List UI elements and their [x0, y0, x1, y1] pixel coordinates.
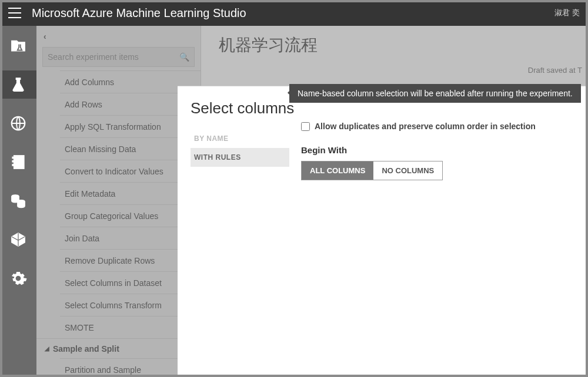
cube-icon [9, 231, 27, 248]
hamburger-icon[interactable] [8, 8, 21, 18]
allow-duplicates-label: Allow duplicates and preserve column ord… [315, 122, 536, 131]
rail-settings[interactable] [0, 264, 36, 292]
tab-with-rules[interactable]: WITH RULES [191, 148, 289, 167]
rail-experiments[interactable] [0, 70, 36, 99]
folder-flask-icon [9, 37, 27, 55]
allow-duplicates-checkbox[interactable] [301, 122, 310, 131]
rail-models[interactable] [0, 225, 36, 254]
gear-icon [9, 270, 27, 287]
all-columns-button[interactable]: ALL COLUMNS [302, 161, 373, 180]
user-name[interactable]: 淑君 奕 [554, 8, 580, 18]
svg-rect-2 [12, 157, 14, 159]
rail-datasets[interactable] [0, 187, 36, 215]
app-header: Microsoft Azure Machine Learning Studio … [0, 0, 588, 26]
flask-icon [9, 76, 27, 93]
app-title: Microsoft Azure Machine Learning Studio [32, 6, 554, 20]
svg-rect-4 [12, 164, 14, 166]
modal-title: Select columns [191, 99, 289, 117]
svg-rect-1 [14, 156, 25, 169]
database-icon [9, 192, 27, 210]
rail-projects[interactable] [0, 32, 36, 60]
tooltip: Name-based column selection will be enab… [289, 84, 581, 103]
begin-with-label: Begin With [301, 145, 576, 155]
globe-icon [9, 115, 27, 132]
left-rail [0, 26, 36, 377]
select-columns-modal: Select columns BY NAME WITH RULES Name-b… [178, 86, 588, 377]
tab-by-name[interactable]: BY NAME [191, 129, 289, 148]
svg-rect-3 [12, 161, 14, 163]
no-columns-button[interactable]: NO COLUMNS [373, 161, 442, 180]
rail-notebooks[interactable] [0, 148, 36, 176]
begin-with-toggle: ALL COLUMNS NO COLUMNS [301, 161, 443, 180]
rail-web-services[interactable] [0, 109, 36, 137]
notebook-icon [9, 153, 27, 171]
